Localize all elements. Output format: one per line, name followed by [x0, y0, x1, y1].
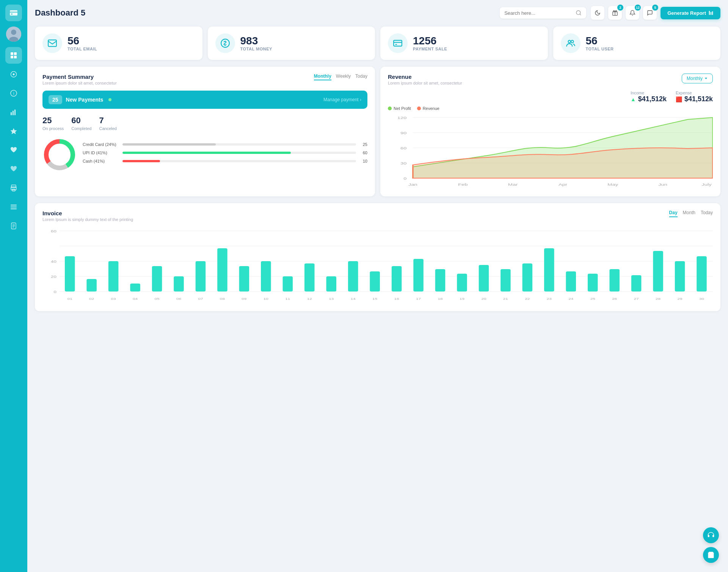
gift-badge: 2 [617, 5, 623, 11]
svg-rect-84 [348, 261, 358, 291]
svg-rect-16 [11, 187, 16, 190]
main-content: Dashboard 5 2 12 5 Generate Report [27, 0, 728, 572]
cart-fab[interactable] [703, 547, 719, 563]
payment-summary-subtitle: Lorem ipsum dolor sit amet, consectetur [42, 81, 117, 85]
svg-rect-90 [479, 265, 489, 291]
revenue-title: Revenue [388, 74, 462, 80]
sidebar-item-settings[interactable] [5, 66, 22, 83]
sidebar-item-list[interactable] [5, 199, 22, 215]
email-icon [42, 33, 62, 53]
svg-text:i: i [13, 91, 14, 96]
svg-rect-78 [217, 248, 228, 291]
svg-text:06: 06 [176, 297, 182, 301]
canceled-label: Canceled [99, 126, 116, 131]
income-label: Income [631, 91, 667, 95]
sidebar-item-heart2[interactable] [5, 161, 22, 177]
tab-today[interactable]: Today [355, 74, 367, 80]
svg-text:21: 21 [503, 297, 508, 301]
sidebar-item-info[interactable]: i [5, 85, 22, 102]
svg-rect-74 [130, 284, 140, 291]
sidebar-item-dashboard[interactable] [5, 47, 22, 64]
sidebar-item-print[interactable] [5, 180, 22, 196]
user-icon [561, 33, 581, 53]
bell-btn[interactable]: 12 [626, 6, 639, 20]
svg-text:Jun: Jun [658, 183, 667, 186]
svg-rect-97 [631, 275, 642, 291]
manage-payment-link[interactable]: Manage payment › [323, 97, 361, 102]
bell-badge: 12 [635, 5, 641, 11]
invoice-tab-today[interactable]: Today [701, 210, 713, 217]
invoice-tab-month[interactable]: Month [683, 210, 695, 217]
invoice-card: Invoice Lorem Ipsum is simply dummy text… [35, 203, 720, 311]
invoice-tab-group: Day Month Today [669, 210, 713, 217]
chat-btn[interactable]: 5 [643, 6, 657, 20]
dark-mode-btn[interactable] [591, 6, 604, 20]
user-avatar[interactable] [6, 27, 21, 42]
search-input[interactable] [504, 10, 573, 16]
svg-rect-8 [14, 56, 17, 58]
chat-badge: 5 [652, 5, 658, 11]
svg-rect-83 [326, 276, 336, 291]
svg-text:July: July [701, 183, 712, 186]
stat-label-user: TOTAL USER [586, 47, 614, 51]
svg-rect-71 [65, 256, 75, 291]
svg-point-25 [576, 11, 581, 15]
generate-report-button[interactable]: Generate Report [661, 7, 720, 19]
svg-text:20: 20 [51, 275, 56, 279]
svg-text:40: 40 [51, 260, 56, 263]
search-bar [500, 7, 586, 19]
sidebar-item-heart[interactable] [5, 142, 22, 158]
svg-rect-93 [544, 248, 554, 291]
pbar-upi: UPI ID (41%) 60 [83, 150, 367, 155]
svg-text:Jan: Jan [408, 183, 417, 186]
svg-text:90: 90 [400, 131, 407, 135]
svg-rect-30 [709, 11, 710, 15]
payment-icon [388, 33, 408, 53]
pbar-creditcard: Credit Card (24%) 25 [83, 142, 367, 147]
sidebar-item-star[interactable] [5, 123, 22, 139]
online-dot [108, 98, 111, 101]
svg-rect-76 [174, 276, 184, 291]
stats-row: 56 TOTAL EMAIL 983 TOTAL MONEY 1256 PAYM… [35, 27, 720, 60]
svg-text:Mar: Mar [508, 183, 518, 186]
sidebar-item-chart[interactable] [5, 104, 22, 121]
revenue-card: Revenue Lorem ipsum dolor sit amet, cons… [380, 67, 720, 196]
support-fab[interactable] [703, 527, 719, 543]
new-payments-count: 25 [49, 95, 62, 104]
svg-rect-95 [588, 274, 598, 291]
svg-rect-35 [394, 40, 402, 46]
tab-weekly[interactable]: Weekly [336, 74, 351, 80]
tab-monthly[interactable]: Monthly [314, 74, 331, 80]
svg-rect-82 [304, 263, 315, 291]
revenue-dot [417, 107, 421, 110]
svg-text:27: 27 [634, 297, 639, 301]
sidebar-item-doc[interactable] [5, 218, 22, 234]
svg-rect-1 [11, 14, 13, 14]
svg-rect-96 [609, 269, 620, 291]
svg-text:26: 26 [612, 297, 617, 301]
svg-text:10: 10 [264, 297, 269, 301]
svg-marker-44 [705, 78, 707, 79]
stat-card-total-user: 56 TOTAL USER [553, 27, 721, 60]
svg-rect-11 [11, 112, 12, 115]
sidebar-logo[interactable] [5, 5, 22, 21]
revenue-monthly-btn[interactable]: Monthly [682, 74, 713, 83]
income-value: $41,512k [638, 95, 667, 103]
svg-rect-100 [697, 256, 707, 291]
new-payments-bar: 25 New Payments Manage payment › [42, 91, 367, 109]
gift-btn[interactable]: 2 [608, 6, 622, 20]
svg-text:Apr: Apr [559, 183, 567, 186]
svg-text:08: 08 [220, 297, 225, 301]
stat-number-payment: 1256 [413, 35, 447, 47]
svg-text:13: 13 [329, 297, 334, 301]
svg-rect-80 [261, 261, 271, 291]
payment-summary-title: Payment Summary [42, 74, 117, 80]
svg-rect-7 [11, 56, 13, 58]
completed-number: 60 [71, 116, 91, 125]
invoice-tab-day[interactable]: Day [669, 210, 678, 217]
svg-text:16: 16 [394, 297, 400, 301]
svg-text:11: 11 [285, 297, 290, 301]
svg-text:12: 12 [307, 297, 312, 301]
svg-text:15: 15 [372, 297, 378, 301]
revenue-chart: 120 90 60 30 0 Jan Feb Mar Apr May Jun [388, 114, 713, 190]
